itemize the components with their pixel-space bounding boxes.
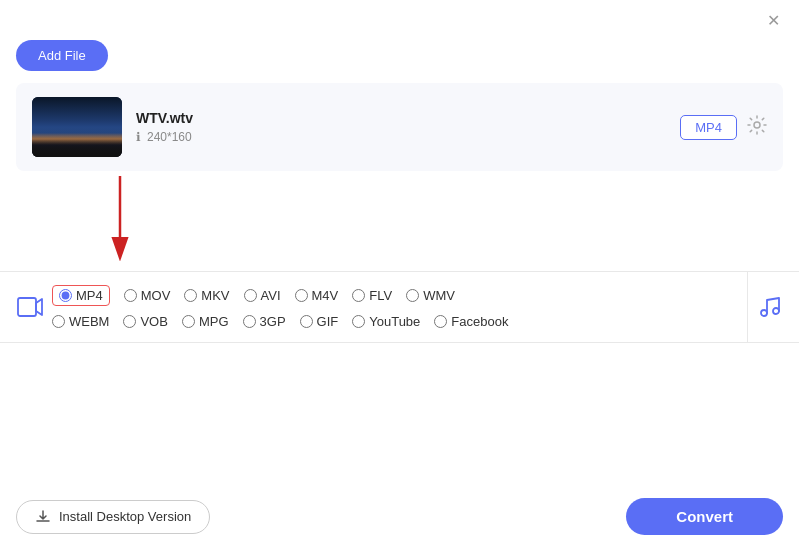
format-label-mkv: MKV [201,288,229,303]
close-button[interactable]: ✕ [763,10,783,30]
format-option-wmv[interactable]: WMV [406,288,455,303]
add-file-button[interactable]: Add File [16,40,108,71]
file-list: WTV.wtv ℹ 240*160 MP4 [16,83,783,171]
format-label-3gp: 3GP [260,314,286,329]
format-label-vob: VOB [140,314,167,329]
video-format-icon-button[interactable] [8,272,52,342]
radio-3gp[interactable] [243,315,256,328]
format-option-youtube[interactable]: YouTube [352,314,420,329]
format-label-mov: MOV [141,288,171,303]
radio-mov[interactable] [124,289,137,302]
format-option-vob[interactable]: VOB [123,314,167,329]
format-label-m4v: M4V [312,288,339,303]
format-badge-button[interactable]: MP4 [680,115,737,140]
install-label: Install Desktop Version [59,509,191,524]
file-actions: MP4 [680,115,767,140]
radio-mkv[interactable] [184,289,197,302]
radio-mpg[interactable] [182,315,195,328]
format-option-3gp[interactable]: 3GP [243,314,286,329]
format-label-avi: AVI [261,288,281,303]
file-meta: ℹ 240*160 [136,130,666,144]
svg-point-0 [754,122,760,128]
radio-gif[interactable] [300,315,313,328]
format-section: MP4 MOV MKV AVI M4V FLV [0,271,799,343]
annotation-arrow [90,171,150,261]
download-icon [35,509,51,525]
format-option-gif[interactable]: GIF [300,314,339,329]
format-label-flv: FLV [369,288,392,303]
format-row-1: MP4 MOV MKV AVI M4V FLV [52,281,747,310]
format-option-flv[interactable]: FLV [352,288,392,303]
format-label-facebook: Facebook [451,314,508,329]
file-thumbnail [32,97,122,157]
info-icon: ℹ [136,130,141,144]
svg-point-4 [761,310,767,316]
format-label-webm: WEBM [69,314,109,329]
install-button[interactable]: Install Desktop Version [16,500,210,534]
music-icon [758,295,782,319]
format-label-mp4: MP4 [76,288,103,303]
format-option-webm[interactable]: WEBM [52,314,109,329]
file-name: WTV.wtv [136,110,666,126]
format-label-youtube: YouTube [369,314,420,329]
gear-icon [747,115,767,135]
radio-flv[interactable] [352,289,365,302]
radio-webm[interactable] [52,315,65,328]
convert-button[interactable]: Convert [626,498,783,535]
arrow-area [0,171,799,271]
format-option-mkv[interactable]: MKV [184,288,229,303]
format-option-mov[interactable]: MOV [124,288,171,303]
format-label-mpg: MPG [199,314,229,329]
file-dimensions: 240*160 [147,130,192,144]
format-row-2: WEBM VOB MPG 3GP GIF YouTube [52,310,747,333]
radio-m4v[interactable] [295,289,308,302]
file-info: WTV.wtv ℹ 240*160 [136,110,666,144]
format-option-m4v[interactable]: M4V [295,288,339,303]
audio-format-icon-button[interactable] [747,272,791,342]
radio-wmv[interactable] [406,289,419,302]
format-option-facebook[interactable]: Facebook [434,314,508,329]
video-icon [16,293,44,321]
format-option-avi[interactable]: AVI [244,288,281,303]
bottom-bar: Install Desktop Version Convert [0,486,799,547]
title-bar: ✕ [0,0,799,36]
radio-youtube[interactable] [352,315,365,328]
format-label-wmv: WMV [423,288,455,303]
radio-avi[interactable] [244,289,257,302]
toolbar: Add File [0,36,799,83]
svg-rect-3 [18,298,36,316]
settings-button[interactable] [747,115,767,140]
radio-mp4[interactable] [59,289,72,302]
radio-facebook[interactable] [434,315,447,328]
format-option-mpg[interactable]: MPG [182,314,229,329]
radio-vob[interactable] [123,315,136,328]
format-label-gif: GIF [317,314,339,329]
format-option-mp4[interactable]: MP4 [52,285,110,306]
format-options: MP4 MOV MKV AVI M4V FLV [52,273,747,341]
